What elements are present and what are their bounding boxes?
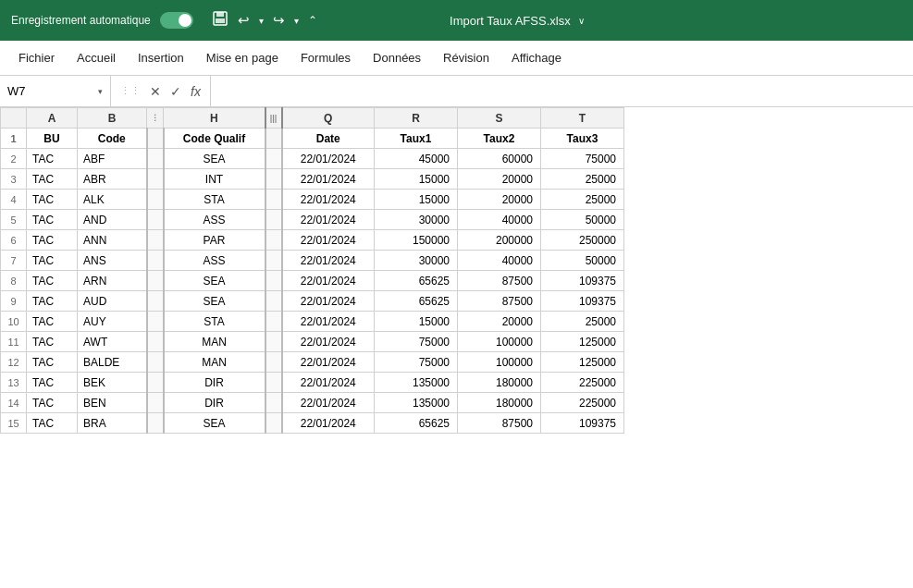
cell-T8[interactable]: 109375 — [541, 271, 624, 291]
save-icon[interactable] — [212, 10, 228, 31]
cell-R2[interactable]: 45000 — [375, 149, 458, 169]
col-header-B[interactable]: B — [78, 108, 147, 129]
cell-B11[interactable]: AWT — [78, 332, 147, 352]
cell-R15[interactable]: 65625 — [375, 413, 458, 434]
cell-B2[interactable]: ABF — [78, 149, 147, 169]
cell-R8[interactable]: 65625 — [375, 271, 458, 291]
cell-H15[interactable]: SEA — [164, 413, 265, 434]
cell-S15[interactable]: 87500 — [458, 413, 541, 434]
cell-Q4[interactable]: 22/01/2024 — [282, 190, 375, 210]
cell-H3[interactable]: INT — [164, 169, 265, 190]
cell-T3[interactable]: 25000 — [541, 169, 624, 190]
col-header-S[interactable]: S — [458, 108, 541, 129]
cell-B9[interactable]: AUD — [78, 291, 147, 312]
menu-mise-en-page[interactable]: Mise en page — [195, 45, 290, 70]
cell-A11[interactable]: TAC — [27, 332, 78, 352]
col-resize-R[interactable] — [450, 112, 453, 125]
cell-R3[interactable]: 15000 — [375, 169, 458, 190]
cell-A6[interactable]: TAC — [27, 230, 78, 251]
cell-T6[interactable]: 250000 — [541, 230, 624, 251]
cell-ref-dropdown[interactable]: ▾ — [98, 87, 103, 96]
cell-A5[interactable]: TAC — [27, 210, 78, 230]
redo-icon[interactable]: ↪ — [273, 12, 285, 29]
cell-Q8[interactable]: 22/01/2024 — [282, 271, 375, 291]
cell-Q6[interactable]: 22/01/2024 — [282, 230, 375, 251]
cell-reference-box[interactable]: W7 ▾ — [0, 76, 111, 106]
cell-R5[interactable]: 30000 — [375, 210, 458, 230]
col-resize-B[interactable] — [139, 112, 142, 125]
cell-S3[interactable]: 20000 — [458, 169, 541, 190]
cell-T14[interactable]: 225000 — [541, 393, 624, 413]
undo-dropdown-icon[interactable]: ▾ — [259, 16, 264, 26]
cell-H2[interactable]: SEA — [164, 149, 265, 169]
cell-R14[interactable]: 135000 — [375, 393, 458, 413]
cell-S6[interactable]: 200000 — [458, 230, 541, 251]
cell-T9[interactable]: 109375 — [541, 291, 624, 312]
cell-Q13[interactable]: 22/01/2024 — [282, 373, 375, 393]
cell-S12[interactable]: 100000 — [458, 352, 541, 373]
cell-Q14[interactable]: 22/01/2024 — [282, 393, 375, 413]
col-header-Q[interactable]: Q — [282, 108, 375, 129]
cell-H14[interactable]: DIR — [164, 393, 265, 413]
cell-T4[interactable]: 25000 — [541, 190, 624, 210]
cell-Q5[interactable]: 22/01/2024 — [282, 210, 375, 230]
cell-A4[interactable]: TAC — [27, 190, 78, 210]
cell-B7[interactable]: ANS — [78, 251, 147, 271]
cell-B13[interactable]: BEK — [78, 373, 147, 393]
cell-T15[interactable]: 109375 — [541, 413, 624, 434]
cell-T7[interactable]: 50000 — [541, 251, 624, 271]
autosave-toggle[interactable] — [160, 12, 193, 29]
cell-H1[interactable]: Code Qualif — [164, 129, 265, 149]
cell-Q11[interactable]: 22/01/2024 — [282, 332, 375, 352]
col-header-T[interactable]: T — [541, 108, 624, 129]
cell-S13[interactable]: 180000 — [458, 373, 541, 393]
menu-fichier[interactable]: Fichier — [7, 45, 66, 70]
cell-S4[interactable]: 20000 — [458, 190, 541, 210]
col-resize-T[interactable] — [616, 112, 620, 125]
formula-input[interactable] — [211, 84, 913, 98]
cell-Q15[interactable]: 22/01/2024 — [282, 413, 375, 434]
fx-label[interactable]: fx — [189, 82, 203, 101]
cell-T1[interactable]: Taux3 — [541, 129, 624, 149]
col-resize-Q[interactable] — [366, 112, 370, 125]
cell-S10[interactable]: 20000 — [458, 312, 541, 332]
cell-R7[interactable]: 30000 — [375, 251, 458, 271]
col-resize-A[interactable] — [69, 112, 73, 125]
cell-B4[interactable]: ALK — [78, 190, 147, 210]
cell-H10[interactable]: STA — [164, 312, 265, 332]
cell-A9[interactable]: TAC — [27, 291, 78, 312]
cell-S14[interactable]: 180000 — [458, 393, 541, 413]
cell-A1[interactable]: BU — [27, 129, 78, 149]
col-resize-S[interactable] — [533, 112, 537, 125]
cell-B3[interactable]: ABR — [78, 169, 147, 190]
cell-S8[interactable]: 87500 — [458, 271, 541, 291]
cell-H13[interactable]: DIR — [164, 373, 265, 393]
cell-A14[interactable]: TAC — [27, 393, 78, 413]
cell-T10[interactable]: 25000 — [541, 312, 624, 332]
cell-A2[interactable]: TAC — [27, 149, 78, 169]
cell-S7[interactable]: 40000 — [458, 251, 541, 271]
cancel-formula-icon[interactable]: ✕ — [148, 82, 163, 101]
cell-S9[interactable]: 87500 — [458, 291, 541, 312]
cell-Q10[interactable]: 22/01/2024 — [282, 312, 375, 332]
redo-dropdown-icon[interactable]: ▾ — [294, 16, 299, 26]
cell-H6[interactable]: PAR — [164, 230, 265, 251]
cell-H5[interactable]: ASS — [164, 210, 265, 230]
cell-R10[interactable]: 15000 — [375, 312, 458, 332]
cell-B10[interactable]: AUY — [78, 312, 147, 332]
cell-H12[interactable]: MAN — [164, 352, 265, 373]
menu-insertion[interactable]: Insertion — [127, 45, 195, 70]
more-toolbar-icon[interactable]: ⌃ — [308, 14, 317, 27]
cell-S2[interactable]: 60000 — [458, 149, 541, 169]
cell-B14[interactable]: BEN — [78, 393, 147, 413]
col-header-H[interactable]: H — [164, 108, 265, 129]
cell-B15[interactable]: BRA — [78, 413, 147, 434]
menu-affichage[interactable]: Affichage — [500, 45, 573, 70]
cell-Q2[interactable]: 22/01/2024 — [282, 149, 375, 169]
cell-T12[interactable]: 125000 — [541, 352, 624, 373]
cell-H7[interactable]: ASS — [164, 251, 265, 271]
cell-S1[interactable]: Taux2 — [458, 129, 541, 149]
cell-Q7[interactable]: 22/01/2024 — [282, 251, 375, 271]
cell-A10[interactable]: TAC — [27, 312, 78, 332]
cell-T5[interactable]: 50000 — [541, 210, 624, 230]
